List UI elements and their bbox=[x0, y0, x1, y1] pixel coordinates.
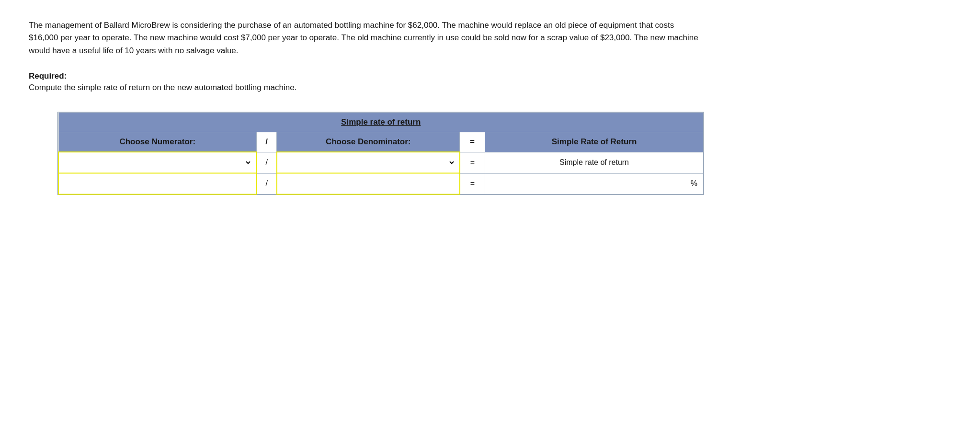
divider-1: / bbox=[256, 152, 276, 173]
denominator-input-2[interactable] bbox=[277, 173, 460, 194]
denominator-input-1[interactable] bbox=[277, 152, 460, 173]
table-row: / = Simple rate of return bbox=[58, 152, 704, 173]
col-result-header: Simple Rate of Return bbox=[485, 132, 704, 152]
result-text-1: Simple rate of return bbox=[485, 152, 704, 173]
col-divider-header: / bbox=[256, 132, 276, 152]
table-title-row: Simple rate of return bbox=[58, 113, 704, 132]
result-value-2: % bbox=[485, 173, 704, 194]
problem-paragraph: The management of Ballard MicroBrew is c… bbox=[29, 21, 698, 55]
problem-text: The management of Ballard MicroBrew is c… bbox=[29, 19, 699, 57]
divider-2: / bbox=[256, 173, 276, 194]
numerator-input-1[interactable] bbox=[58, 152, 256, 173]
table-title: Simple rate of return bbox=[58, 113, 704, 132]
percent-sign: % bbox=[691, 179, 697, 187]
required-instruction: Compute the simple rate of return on the… bbox=[29, 83, 699, 93]
denominator-field-2[interactable] bbox=[281, 179, 456, 188]
required-label: Required: bbox=[29, 71, 699, 81]
table-row: / = % bbox=[58, 173, 704, 194]
table-header-row: Choose Numerator: / Choose Denominator: … bbox=[58, 132, 704, 152]
col-equals-header: = bbox=[460, 132, 485, 152]
calc-table-wrapper: Simple rate of return Choose Numerator: … bbox=[57, 112, 704, 195]
required-section: Required: Compute the simple rate of ret… bbox=[29, 71, 699, 93]
numerator-field-2[interactable] bbox=[63, 179, 252, 188]
numerator-input-2[interactable] bbox=[58, 173, 256, 194]
col-numerator-header: Choose Numerator: bbox=[58, 132, 256, 152]
numerator-select-1[interactable] bbox=[63, 158, 252, 167]
equals-1: = bbox=[460, 152, 485, 173]
denominator-select-1[interactable] bbox=[281, 158, 456, 167]
equals-2: = bbox=[460, 173, 485, 194]
calc-table: Simple rate of return Choose Numerator: … bbox=[58, 112, 704, 195]
col-denominator-header: Choose Denominator: bbox=[277, 132, 460, 152]
